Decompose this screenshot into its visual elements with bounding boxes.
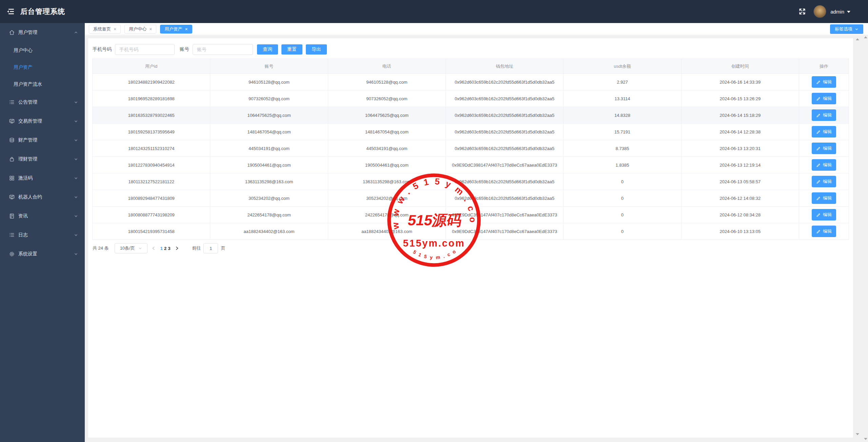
edit-button[interactable]: 编辑: [812, 109, 836, 121]
menu-fold-icon[interactable]: [7, 8, 14, 15]
table-cell: 1800892948477431809: [93, 190, 210, 206]
app-title: 后台管理系统: [20, 0, 65, 23]
tab-user-center[interactable]: 用户中心×: [124, 25, 156, 34]
table-cell: 2024-06-12 08:34:28: [682, 207, 799, 223]
sidebar-group-property-management[interactable]: 财产管理: [0, 131, 85, 150]
chart-board-icon: [9, 194, 15, 200]
sidebar-group-wealth-management[interactable]: 理财管理: [0, 150, 85, 169]
list-icon: [9, 232, 15, 238]
edit-pencil-icon: [816, 212, 821, 217]
sidebar-group-robot-contract[interactable]: 机器人合约: [0, 188, 85, 207]
fullscreen-icon[interactable]: [798, 8, 806, 15]
edit-button[interactable]: 编辑: [812, 159, 836, 171]
chevron-down-icon: [74, 176, 78, 180]
edit-button[interactable]: 编辑: [812, 126, 836, 138]
sidebar-group-news[interactable]: 资讯: [0, 207, 85, 226]
table-cell: 0x9E9DdC398147Af407c170d8eCc67aaea0EdE33…: [446, 157, 564, 173]
table-cell: 1064475625@qq.com: [210, 107, 328, 123]
table-row: 1802348821909422082946105128@qq.com94610…: [93, 74, 849, 90]
scrollbar-up-icon[interactable]: [864, 36, 867, 38]
edit-button-label: 编辑: [823, 228, 832, 234]
tab-close-icon[interactable]: ×: [149, 27, 152, 31]
table-row: 180113212752218112213631135298@163.com13…: [93, 173, 849, 190]
outer-scrollbar[interactable]: [863, 35, 868, 442]
column-header: 电话: [328, 59, 446, 73]
user-menu-caret-icon[interactable]: [847, 11, 850, 13]
table-cell: 1800808877743198209: [93, 207, 210, 223]
search-form: 手机号码 账号 查询 重置 导出: [93, 44, 327, 55]
tab-user-assets[interactable]: 用户资产×: [160, 25, 192, 34]
sidebar-group-label: 机器人合约: [18, 194, 42, 200]
table-cell: 1905004461@qq.com: [328, 157, 446, 173]
page-number-1[interactable]: 1: [160, 246, 163, 251]
next-page-icon[interactable]: [175, 246, 179, 251]
edit-button[interactable]: 编辑: [812, 93, 836, 104]
grid-icon: [9, 175, 15, 181]
news-icon: [9, 213, 15, 219]
edit-button[interactable]: 编辑: [812, 209, 836, 220]
table-row: 1800154219395731458aa1882434402@163.coma…: [93, 223, 849, 240]
column-header: 用户id: [93, 59, 210, 73]
edit-button[interactable]: 编辑: [812, 226, 836, 237]
page-number-2[interactable]: 2: [164, 246, 166, 251]
table-cell-actions: 编辑: [799, 173, 849, 190]
tab-close-icon[interactable]: ×: [114, 27, 116, 31]
avatar[interactable]: [813, 5, 826, 18]
edit-button[interactable]: 编辑: [812, 143, 836, 154]
user-name[interactable]: admin: [830, 9, 844, 15]
tab-home[interactable]: 系统首页×: [89, 25, 121, 34]
page-number-3[interactable]: 3: [168, 246, 170, 251]
sidebar-group-announcement-management[interactable]: 公告管理: [0, 93, 85, 112]
table-cell: 0: [564, 223, 681, 239]
table-cell: 2024-06-15 13:26:29: [682, 90, 799, 107]
edit-button[interactable]: 编辑: [812, 176, 836, 187]
sidebar-group-logs[interactable]: 日志: [0, 226, 85, 245]
column-header: 钱包地址: [446, 59, 564, 73]
reset-button[interactable]: 重置: [281, 44, 302, 55]
account-input[interactable]: [193, 44, 253, 55]
prev-page-icon[interactable]: [152, 246, 156, 251]
goto-page-input[interactable]: [203, 243, 218, 253]
table-cell: 2024-06-10 13:13:05: [682, 223, 799, 239]
inner-scrollbar-up-icon[interactable]: [856, 38, 859, 40]
table-cell: 0x962d603c659b162c202fd55d663f1d5d0db32a…: [446, 173, 564, 190]
sidebar-group-exchange-management[interactable]: 交易所管理: [0, 112, 85, 131]
chevron-down-icon: [74, 252, 78, 256]
table-cell: 13631135298@163.com: [328, 173, 446, 190]
sidebar-item-user-asset-flow[interactable]: 用户资产流水: [0, 76, 85, 93]
column-header: 创建时间: [682, 59, 799, 73]
tag-options-button[interactable]: 标签选项: [830, 24, 863, 34]
export-button[interactable]: 导出: [306, 44, 327, 55]
tab-close-icon[interactable]: ×: [185, 27, 188, 31]
scrollbar-down-icon[interactable]: [864, 438, 867, 440]
app-header: 后台管理系统 admin: [0, 0, 868, 23]
table-cell: 1801592581373595649: [93, 124, 210, 140]
table-cell: 2024-06-13 13:20:31: [682, 140, 799, 156]
table-row: 18012278309404549141905004461@qq.com1905…: [93, 157, 849, 173]
gear-icon: [9, 251, 15, 257]
edit-button[interactable]: 编辑: [812, 192, 836, 204]
tag-options-label: 标签选项: [835, 26, 852, 32]
table-cell: 0x9E9DdC398147Af407c170d8eCc67aaea0EdE33…: [446, 223, 564, 239]
sidebar-group-activation-code[interactable]: 激活码: [0, 169, 85, 188]
query-button[interactable]: 查询: [257, 44, 278, 55]
table-cell: 14.8328: [564, 107, 681, 123]
bag-icon: [9, 156, 15, 162]
inner-scrollbar-down-icon[interactable]: [856, 433, 859, 435]
sidebar-group-user-management[interactable]: 用户管理: [0, 23, 85, 42]
page-size-select[interactable]: 10条/页: [115, 243, 147, 253]
sidebar-item-user-assets[interactable]: 用户资产: [0, 59, 85, 76]
table-cell: 13.3114: [564, 90, 681, 107]
sidebar-group-label: 日志: [18, 232, 28, 238]
table-cell: 1801969528289181698: [93, 90, 210, 107]
edit-button-label: 编辑: [823, 145, 832, 151]
sidebar-item-user-center[interactable]: 用户中心: [0, 42, 85, 59]
table-cell: 8.7385: [564, 140, 681, 156]
table-cell: 2024-06-12 14:08:32: [682, 190, 799, 206]
edit-button[interactable]: 编辑: [812, 76, 836, 88]
phone-input[interactable]: [115, 44, 175, 55]
edit-pencil-icon: [816, 113, 821, 118]
table-cell: 2024-06-13 05:58:57: [682, 173, 799, 190]
sidebar-group-system-settings[interactable]: 系统设置: [0, 245, 85, 264]
edit-button-label: 编辑: [823, 112, 832, 118]
